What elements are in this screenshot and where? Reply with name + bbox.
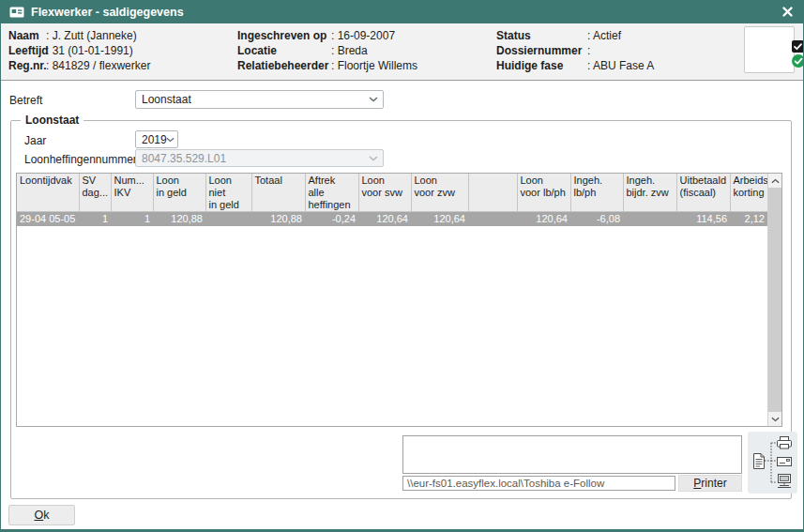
field-label: Relatiebeheerder <box>237 59 328 72</box>
flexwerker-saldigegevens-dialog: Flexwerker - saldigegevens Naam : J. Zut… <box>0 0 804 532</box>
printer-icon <box>777 437 791 449</box>
loonheffingennummer-select: 8047.35.529.L01 <box>135 149 384 167</box>
cell: 1 <box>111 212 153 226</box>
close-icon[interactable] <box>780 5 795 20</box>
cell: -6,08 <box>570 212 623 226</box>
jaar-label: Jaar <box>24 134 46 147</box>
envelope-icon <box>777 458 791 466</box>
output-text-field[interactable] <box>402 435 742 474</box>
betreft-label: Betreft <box>9 94 42 107</box>
field-value: : 16-09-2007 <box>331 29 395 42</box>
loonheffingennummer-value: 8047.35.529.L01 <box>142 152 226 165</box>
field-value: : Floortje Willems <box>331 59 417 72</box>
field-value: : ABU Fase A <box>587 59 654 72</box>
field-label: Leeftijd <box>8 44 49 57</box>
column-header[interactable]: Loontijdvak <box>17 174 79 212</box>
scrollbar-thumb[interactable] <box>768 188 781 412</box>
field-label: Ingeschreven op <box>237 29 326 42</box>
cell <box>205 212 251 226</box>
vertical-scrollbar[interactable] <box>767 174 781 426</box>
field-label: Status <box>496 29 531 42</box>
cell <box>623 212 676 226</box>
cell: 2,12 <box>730 212 767 226</box>
printer-button-label: rinter <box>701 477 726 490</box>
ok-button-label: k <box>43 509 49 522</box>
betreft-selected-value: Loonstaat <box>142 93 191 106</box>
field-value: : 841829 / flexwerker <box>46 59 150 72</box>
ok-button[interactable]: Ok <box>8 505 75 525</box>
field-value: : Actief <box>587 29 621 42</box>
field-value: : Breda <box>331 44 368 57</box>
column-header[interactable]: Ingeh. lb/ph <box>570 174 623 212</box>
column-header[interactable]: Loon voor lb/ph <box>517 174 570 212</box>
cell: 120,88 <box>251 212 305 226</box>
ok-button-accel: O <box>35 509 44 522</box>
chevron-down-icon[interactable] <box>768 412 781 426</box>
column-header[interactable]: SV dag... <box>79 174 111 212</box>
cell: 114,56 <box>676 212 730 226</box>
employee-info-header: Naam : J. Zutt (Janneke) Leeftijd : 31 (… <box>1 23 803 81</box>
cell: 120,88 <box>153 212 205 226</box>
document-icon <box>753 454 764 469</box>
loonheffingennummer-label: Loonheffingennummer <box>24 153 137 166</box>
checkbox-checked-icon[interactable] <box>792 40 804 55</box>
cell: 120,64 <box>517 212 570 226</box>
jaar-select[interactable]: 2019 <box>135 130 178 148</box>
cell: -0,24 <box>305 212 358 226</box>
connector-lines <box>765 443 777 482</box>
cell: 29-04 05-05 <box>17 212 79 226</box>
column-header[interactable]: Loon niet in geld <box>205 174 251 212</box>
table-header-row: LoontijdvakSV dag...Num... IKVLoon in ge… <box>17 174 767 212</box>
column-header[interactable]: Arbeids korting <box>730 174 767 212</box>
column-header[interactable]: Loon voor zvw <box>411 174 468 212</box>
column-header[interactable]: Aftrek alle heffingen <box>305 174 358 212</box>
chevron-down-icon <box>369 97 378 102</box>
field-label: Naam <box>8 29 39 42</box>
loonstaat-table-container: LoontijdvakSV dag...Num... IKVLoon in ge… <box>16 173 782 427</box>
cell: 120,64 <box>411 212 468 226</box>
green-check-icon <box>792 54 804 70</box>
field-label: Huidige fase <box>496 59 563 72</box>
field-value: : J. Zutt (Janneke) <box>46 29 137 42</box>
field-label: Dossiernummer <box>496 44 582 57</box>
cell: 120,64 <box>358 212 411 226</box>
jaar-selected-value: 2019 <box>142 133 167 146</box>
betreft-select[interactable]: Loonstaat <box>135 90 384 109</box>
id-card-icon <box>9 7 24 18</box>
column-header[interactable]: Totaal <box>251 174 305 212</box>
table-row[interactable]: 29-04 05-0511120,88120,88-0,24120,64120,… <box>17 212 767 226</box>
title-bar: Flexwerker - saldigegevens <box>1 0 803 23</box>
loonstaat-table: LoontijdvakSV dag...Num... IKVLoon in ge… <box>17 174 768 226</box>
printer-path-field[interactable]: \\eur-fs01.easyflex.local\Toshiba e-Foll… <box>402 476 675 491</box>
chevron-down-icon <box>166 137 174 143</box>
printer-button[interactable]: Printer <box>678 475 742 492</box>
column-header[interactable] <box>468 174 517 212</box>
field-value: : <box>587 44 590 57</box>
loonstaat-legend: Loonstaat <box>21 114 83 127</box>
cell: 1 <box>79 212 111 226</box>
column-header[interactable]: Loon in geld <box>153 174 205 212</box>
field-value: : 31 (01-01-1991) <box>46 44 133 57</box>
field-label: Locatie <box>237 44 277 57</box>
chevron-up-icon[interactable] <box>768 174 781 188</box>
column-header[interactable]: Num... IKV <box>111 174 153 212</box>
monitor-icon <box>778 475 791 488</box>
output-destination-panel[interactable] <box>748 432 797 494</box>
column-header[interactable]: Loon voor svw <box>358 174 411 212</box>
column-header[interactable]: Ingeh. bijdr. zvw <box>623 174 676 212</box>
field-label: Reg.nr. <box>8 59 47 72</box>
column-header[interactable]: Uitbetaald (fiscaal) <box>676 174 730 212</box>
chevron-down-icon <box>369 156 378 161</box>
cell <box>468 212 517 226</box>
photo-placeholder <box>744 26 795 73</box>
window-title: Flexwerker - saldigegevens <box>31 6 184 19</box>
